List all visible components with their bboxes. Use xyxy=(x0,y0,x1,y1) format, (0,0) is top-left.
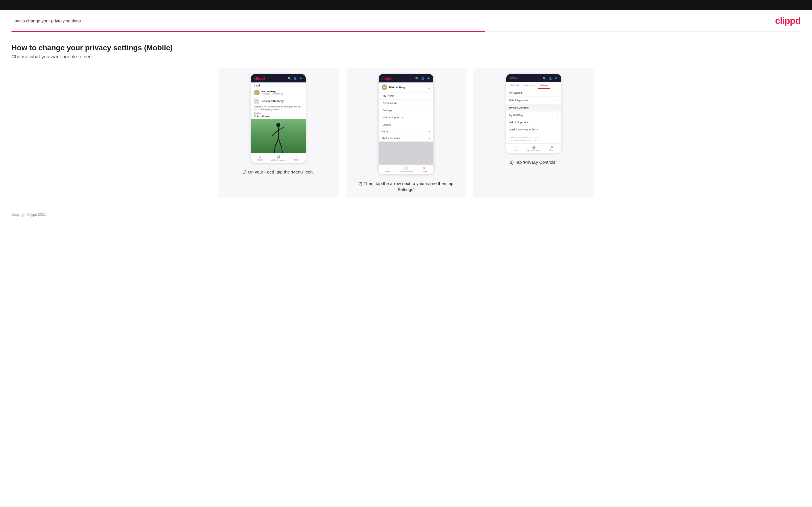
copyright-text: Copyright Clippd 2022 xyxy=(11,213,46,217)
logo: clippd xyxy=(775,15,801,26)
step-2-caption: 2) Then, tap the arrow next to your name… xyxy=(351,180,461,192)
svg-line-2 xyxy=(272,130,278,136)
footer: Copyright Clippd 2022 xyxy=(0,204,812,222)
settings-account-label: My Account xyxy=(509,91,522,94)
header: How to change your privacy settings clip… xyxy=(0,10,812,31)
settings-search-icon: 🔍 xyxy=(543,76,547,80)
menu-nav-menu-btn[interactable]: ✕ Menu xyxy=(415,166,433,173)
chevron-right-data: › xyxy=(557,99,558,102)
feed-desc: Looking to feel like my hands are exitin… xyxy=(251,105,306,111)
feed-nav-performance: 📊 My Performance xyxy=(269,155,287,161)
menu-item-connections[interactable]: Connections xyxy=(379,100,433,107)
settings-nav-home: ⌂ Home xyxy=(506,145,524,151)
feed-user-name: Blair McHarg xyxy=(261,90,283,93)
settings-home-icon: ⌂ xyxy=(514,145,516,149)
feed-tab-label: Feed xyxy=(251,82,306,88)
chevron-right-account: › xyxy=(557,91,558,94)
close-nav-icon: ✕ xyxy=(423,166,425,170)
step-card-1: clippd 🔍 👤 ⊕ Feed BM Blair McHarg Yester… xyxy=(218,68,339,198)
golf-image xyxy=(251,119,306,153)
menu-app-bar: clippd 🔍 👤 ⊕ xyxy=(379,74,433,82)
svg-line-6 xyxy=(274,147,275,153)
app-bar-1: clippd 🔍 👤 ⊕ xyxy=(251,74,306,82)
settings-item-service[interactable]: Service & Privacy Policy ↗ xyxy=(506,126,561,133)
settings-gear-icon: ⊕ xyxy=(554,76,558,80)
feed-nav-menu: ≡ Menu xyxy=(288,155,306,161)
version-line-2: SQL Server Version: 2022.7.30-1 xyxy=(509,139,558,143)
settings-privacy-label: Privacy Controls xyxy=(509,106,529,109)
settings-perf-icon: 📊 xyxy=(531,145,536,149)
step-3-caption: 3) Tap ‘Privacy Controls’. xyxy=(510,159,558,165)
feed-duration-value: 01 hr : 30 min xyxy=(251,115,306,119)
svg-line-5 xyxy=(278,139,282,147)
settings-bag-label: My Golf Bag xyxy=(509,114,523,117)
top-bar xyxy=(0,0,812,10)
menu-search-icon: 🔍 xyxy=(415,76,419,80)
steps-container: clippd 🔍 👤 ⊕ Feed BM Blair McHarg Yester… xyxy=(11,68,801,198)
feed-bottom-nav: ⌂ Home 📊 My Performance ≡ Menu xyxy=(251,153,306,163)
menu-user-icon: 👤 xyxy=(421,76,425,80)
settings-bar-icons: 🔍 👤 ⊕ xyxy=(543,76,558,80)
feed-nav-menu-label: Menu xyxy=(294,159,299,161)
tab-settings[interactable]: Settings xyxy=(538,82,550,89)
settings-item-data[interactable]: Data Integrations › xyxy=(506,97,561,104)
menu-settings-icon: ⊕ xyxy=(426,76,430,80)
lesson-icon: 📋 xyxy=(254,99,259,104)
menu-nav-performance[interactable]: My Performance ▼ xyxy=(379,135,433,142)
chevron-right-privacy: › xyxy=(557,106,558,109)
page-subheading: Choose what you want people to see xyxy=(11,54,801,60)
search-icon: 🔍 xyxy=(287,76,291,80)
svg-line-4 xyxy=(275,139,278,147)
settings-menu-icon: ≡ xyxy=(551,145,553,149)
phone-mockup-3: < Back 🔍 👤 ⊕ My Profile Connections Sett… xyxy=(506,74,561,153)
step-1-caption: 1) On your Feed, tap the ‘Menu’ icon. xyxy=(243,169,314,175)
menu-item-settings[interactable]: Settings xyxy=(379,107,433,114)
settings-item-help[interactable]: Help & Support ↗ xyxy=(506,119,561,126)
menu-nav-perf-btn: 📊 My Performance xyxy=(397,166,415,173)
settings-version: Clippd Client Version: 2022.8.3-3 SQL Se… xyxy=(506,133,561,143)
settings-tabs: My Profile Connections Settings xyxy=(506,82,561,89)
back-button[interactable]: < Back xyxy=(509,77,517,79)
menu-app-icons: 🔍 👤 ⊕ xyxy=(415,76,430,80)
menu-avatar: BM xyxy=(382,84,387,90)
chevron-up-icon: ▲ xyxy=(427,86,430,89)
phone-mockup-2: clippd 🔍 👤 ⊕ BM Blair McHarg ▲ xyxy=(379,74,433,174)
settings-nav-menu: ≡ Menu xyxy=(543,145,561,151)
performance-icon: 📊 xyxy=(276,155,281,159)
menu-perf-label: My Performance xyxy=(382,137,401,139)
lesson-title: Lesson with Fordy xyxy=(261,100,284,103)
feed-user-item: BM Blair McHarg Yesterday · Sunningdale xyxy=(251,88,306,97)
tab-my-profile[interactable]: My Profile xyxy=(508,82,522,89)
tab-connections[interactable]: Connections xyxy=(522,82,538,89)
settings-user-icon: 👤 xyxy=(548,76,552,80)
svg-line-7 xyxy=(282,147,283,153)
settings-service-label: Service & Privacy Policy ↗ xyxy=(509,128,539,131)
version-line-1: Clippd Client Version: 2022.8.3-3 xyxy=(509,136,558,139)
feed-avatar: BM xyxy=(254,90,260,95)
menu-nav-home[interactable]: Home ▼ xyxy=(379,128,433,135)
menu-item-logout[interactable]: Logout xyxy=(379,121,433,128)
svg-point-0 xyxy=(276,123,281,127)
chevron-right-bag: › xyxy=(557,113,558,117)
menu-item-profile[interactable]: My Profile xyxy=(379,93,433,100)
menu-home-label: Home xyxy=(382,130,389,133)
menu-user-row: BM Blair McHarg ▲ xyxy=(379,82,433,93)
settings-item-bag[interactable]: My Golf Bag › xyxy=(506,111,561,119)
feed-lesson-row: 📋 Lesson with Fordy xyxy=(251,97,306,105)
settings-item-account[interactable]: My Account › xyxy=(506,89,561,97)
settings-bottom-nav: ⌂ Home 📊 My Performance ≡ Menu xyxy=(506,143,561,153)
settings-item-privacy[interactable]: Privacy Controls › xyxy=(506,104,561,111)
settings-data-label: Data Integrations xyxy=(509,99,528,102)
feed-duration-label: Duration xyxy=(251,111,306,115)
golfer-silhouette xyxy=(270,121,287,153)
menu-nav-home-btn: ⌂ Home xyxy=(379,166,397,173)
feed-user-sub: Yesterday · Sunningdale xyxy=(261,93,283,95)
phone-mockup-1: clippd 🔍 👤 ⊕ Feed BM Blair McHarg Yester… xyxy=(251,74,306,163)
settings-back-bar: < Back 🔍 👤 ⊕ xyxy=(506,74,561,82)
feed-nav-home: ⌂ Home xyxy=(251,155,269,161)
menu-item-help[interactable]: Help & Support ↗ xyxy=(379,114,433,121)
chevron-down-icon-home: ▼ xyxy=(428,130,430,133)
menu-icon: ≡ xyxy=(296,155,297,158)
feed-logo: clippd xyxy=(254,76,265,80)
settings-nav-perf: 📊 My Performance xyxy=(524,145,543,151)
